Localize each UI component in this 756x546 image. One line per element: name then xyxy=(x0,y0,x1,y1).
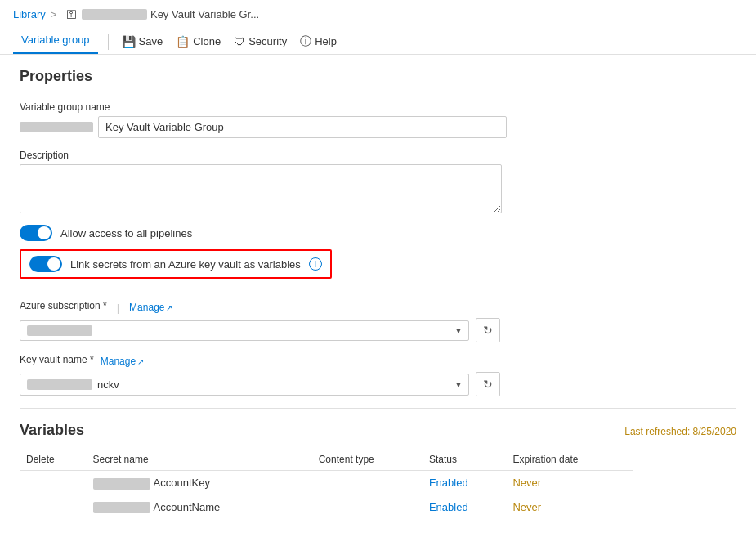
tab-variable-group[interactable]: Variable group xyxy=(13,29,98,54)
breadcrumb-sep1: > xyxy=(51,8,57,20)
variables-header: Variables Last refreshed: 8/25/2020 xyxy=(20,422,736,439)
cell-expiration: Never xyxy=(506,495,633,520)
vg-name-input[interactable] xyxy=(98,116,507,138)
last-refreshed: Last refreshed: 8/25/2020 xyxy=(624,426,736,437)
azure-manage-label: Manage xyxy=(129,302,164,313)
key-vault-value-text: nckv xyxy=(97,378,119,391)
cell-content xyxy=(312,495,423,520)
key-vault-external-icon: ↗ xyxy=(137,357,144,366)
col-content-header: Content type xyxy=(312,449,423,471)
key-vault-refresh-icon: ↻ xyxy=(483,378,493,391)
help-button[interactable]: ⓘ Help xyxy=(293,31,343,52)
table-row: AccountKey Enabled Never xyxy=(20,471,633,495)
secret-redacted xyxy=(93,478,150,490)
azure-manage-link[interactable]: Manage ↗ xyxy=(129,302,172,313)
pipelines-toggle-row: Allow access to all pipelines xyxy=(20,225,736,241)
help-label: Help xyxy=(315,35,337,47)
secret-redacted xyxy=(93,502,150,513)
section-divider xyxy=(20,408,736,409)
keyvault-toggle-box: Link secrets from an Azure key vault as … xyxy=(20,249,332,279)
cell-status: Enabled xyxy=(423,471,507,495)
pipelines-toggle-thumb xyxy=(38,226,51,239)
cell-secret: AccountName xyxy=(87,495,312,520)
info-icon[interactable]: i xyxy=(309,257,322,271)
variables-table-header: Delete Secret name Content type Status E… xyxy=(20,449,633,471)
keyvault-toggle-label: Link secrets from an Azure key vault as … xyxy=(70,258,301,271)
col-secret-header: Secret name xyxy=(87,449,312,471)
azure-sub-group: Azure subscription * | Manage ↗ ▼ ↻ xyxy=(20,300,736,342)
key-vault-group: Key vault name * Manage ↗ nckv ▼ ↻ xyxy=(20,354,736,396)
save-button[interactable]: 💾 Save xyxy=(115,32,170,51)
breadcrumb: Library > ⚿ Key Vault Variable Gr... xyxy=(0,0,756,25)
key-vault-refresh-button[interactable]: ↻ xyxy=(476,372,500,396)
clone-label: Clone xyxy=(193,35,221,47)
cell-secret: AccountKey xyxy=(87,471,312,495)
azure-sub-label-row: Azure subscription * | Manage ↗ xyxy=(20,300,736,315)
shield-icon: 🛡 xyxy=(234,35,245,48)
vg-name-label: Variable group name xyxy=(20,101,736,113)
variables-table: Delete Secret name Content type Status E… xyxy=(20,449,633,519)
azure-sub-label: Azure subscription * xyxy=(20,300,107,311)
keyvault-toggle[interactable] xyxy=(29,256,62,272)
refresh-icon: ↻ xyxy=(483,324,493,337)
description-group: Description xyxy=(20,150,736,213)
key-vault-redacted xyxy=(27,379,92,390)
clone-icon: 📋 xyxy=(176,35,190,48)
variables-title: Variables xyxy=(20,422,84,439)
description-input[interactable] xyxy=(20,164,502,213)
security-button[interactable]: 🛡 Security xyxy=(227,32,293,51)
variables-table-body: AccountKey Enabled Never AccountName Ena… xyxy=(20,471,633,520)
main-content: Properties Variable group name Descripti… xyxy=(0,55,756,532)
cell-content xyxy=(312,471,423,495)
key-vault-select-wrapper: nckv ▼ xyxy=(20,374,469,396)
azure-sub-refresh-button[interactable]: ↻ xyxy=(476,318,500,342)
cell-status: Enabled xyxy=(423,495,507,520)
save-icon: 💾 xyxy=(122,35,136,48)
pipelines-toggle-label: Allow access to all pipelines xyxy=(60,227,192,239)
cell-expiration: Never xyxy=(506,471,633,495)
key-vault-label: Key vault name * xyxy=(20,354,94,365)
azure-sub-redacted xyxy=(27,325,92,336)
cell-delete xyxy=(20,495,87,520)
key-icon: ⚿ xyxy=(66,8,77,20)
col-delete-header: Delete xyxy=(20,449,87,471)
col-expiration-header: Expiration date xyxy=(506,449,633,471)
key-vault-label-row: Key vault name * Manage ↗ xyxy=(20,354,736,369)
breadcrumb-page-title: Key Vault Variable Gr... xyxy=(150,8,259,20)
cell-delete xyxy=(20,471,87,495)
col-status-header: Status xyxy=(423,449,507,471)
keyvault-toggle-thumb xyxy=(47,257,60,271)
key-vault-manage-label: Manage xyxy=(101,356,136,367)
pipe-sep: | xyxy=(117,302,119,314)
breadcrumb-redacted-name xyxy=(82,9,147,20)
help-icon: ⓘ xyxy=(300,34,311,49)
clone-button[interactable]: 📋 Clone xyxy=(169,32,227,51)
table-row: AccountName Enabled Never xyxy=(20,495,633,520)
toolbar-separator xyxy=(108,34,109,50)
save-label: Save xyxy=(139,35,163,47)
key-vault-manage-link[interactable]: Manage ↗ xyxy=(101,356,144,367)
properties-title: Properties xyxy=(20,68,736,85)
toolbar: Variable group 💾 Save 📋 Clone 🛡 Security… xyxy=(0,25,756,55)
azure-sub-select-wrapper: ▼ xyxy=(20,320,469,341)
description-label: Description xyxy=(20,150,736,161)
vg-name-redacted xyxy=(20,122,93,132)
vg-name-group: Variable group name xyxy=(20,101,736,138)
security-label: Security xyxy=(248,35,287,47)
breadcrumb-library[interactable]: Library xyxy=(13,8,46,20)
external-link-icon: ↗ xyxy=(166,303,172,312)
pipelines-toggle[interactable] xyxy=(20,225,52,241)
